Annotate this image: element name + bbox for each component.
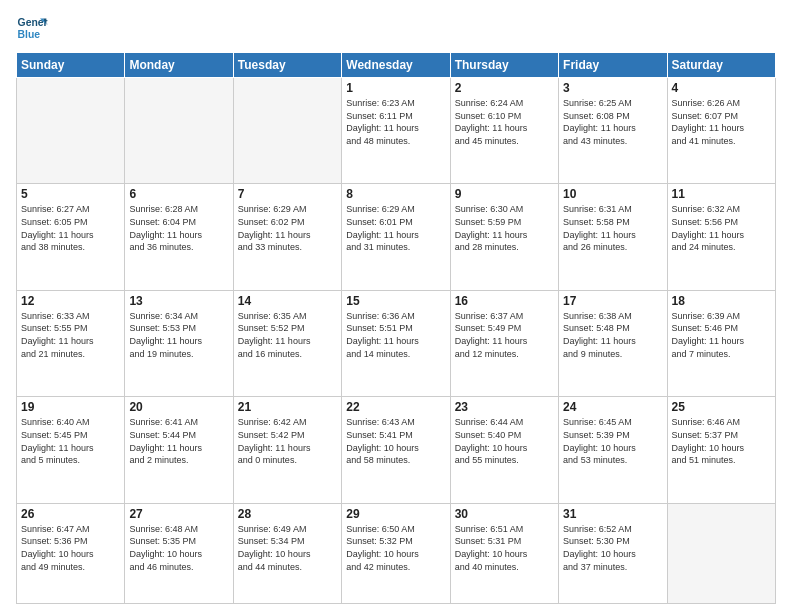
- calendar-table: SundayMondayTuesdayWednesdayThursdayFrid…: [16, 52, 776, 604]
- day-info: Sunrise: 6:30 AM Sunset: 5:59 PM Dayligh…: [455, 203, 554, 253]
- day-number: 1: [346, 81, 445, 95]
- calendar-cell: 13Sunrise: 6:34 AM Sunset: 5:53 PM Dayli…: [125, 290, 233, 396]
- calendar-cell: 4Sunrise: 6:26 AM Sunset: 6:07 PM Daylig…: [667, 78, 775, 184]
- day-number: 25: [672, 400, 771, 414]
- weekday-header-thursday: Thursday: [450, 53, 558, 78]
- day-number: 20: [129, 400, 228, 414]
- day-info: Sunrise: 6:50 AM Sunset: 5:32 PM Dayligh…: [346, 523, 445, 573]
- day-info: Sunrise: 6:49 AM Sunset: 5:34 PM Dayligh…: [238, 523, 337, 573]
- weekday-header-sunday: Sunday: [17, 53, 125, 78]
- day-number: 9: [455, 187, 554, 201]
- calendar-cell: [233, 78, 341, 184]
- calendar-cell: 6Sunrise: 6:28 AM Sunset: 6:04 PM Daylig…: [125, 184, 233, 290]
- day-number: 7: [238, 187, 337, 201]
- calendar-cell: 12Sunrise: 6:33 AM Sunset: 5:55 PM Dayli…: [17, 290, 125, 396]
- day-number: 13: [129, 294, 228, 308]
- day-number: 11: [672, 187, 771, 201]
- calendar-cell: 17Sunrise: 6:38 AM Sunset: 5:48 PM Dayli…: [559, 290, 667, 396]
- day-number: 18: [672, 294, 771, 308]
- day-info: Sunrise: 6:47 AM Sunset: 5:36 PM Dayligh…: [21, 523, 120, 573]
- calendar-cell: 3Sunrise: 6:25 AM Sunset: 6:08 PM Daylig…: [559, 78, 667, 184]
- day-info: Sunrise: 6:51 AM Sunset: 5:31 PM Dayligh…: [455, 523, 554, 573]
- day-number: 15: [346, 294, 445, 308]
- calendar-page: General Blue SundayMondayTuesdayWednesda…: [0, 0, 792, 612]
- day-number: 29: [346, 507, 445, 521]
- week-row-2: 5Sunrise: 6:27 AM Sunset: 6:05 PM Daylig…: [17, 184, 776, 290]
- day-number: 6: [129, 187, 228, 201]
- calendar-cell: 19Sunrise: 6:40 AM Sunset: 5:45 PM Dayli…: [17, 397, 125, 503]
- day-info: Sunrise: 6:32 AM Sunset: 5:56 PM Dayligh…: [672, 203, 771, 253]
- day-number: 3: [563, 81, 662, 95]
- calendar-cell: 25Sunrise: 6:46 AM Sunset: 5:37 PM Dayli…: [667, 397, 775, 503]
- day-info: Sunrise: 6:45 AM Sunset: 5:39 PM Dayligh…: [563, 416, 662, 466]
- calendar-cell: 2Sunrise: 6:24 AM Sunset: 6:10 PM Daylig…: [450, 78, 558, 184]
- calendar-cell: 27Sunrise: 6:48 AM Sunset: 5:35 PM Dayli…: [125, 503, 233, 603]
- day-info: Sunrise: 6:44 AM Sunset: 5:40 PM Dayligh…: [455, 416, 554, 466]
- day-info: Sunrise: 6:38 AM Sunset: 5:48 PM Dayligh…: [563, 310, 662, 360]
- day-info: Sunrise: 6:35 AM Sunset: 5:52 PM Dayligh…: [238, 310, 337, 360]
- day-number: 23: [455, 400, 554, 414]
- day-info: Sunrise: 6:36 AM Sunset: 5:51 PM Dayligh…: [346, 310, 445, 360]
- calendar-cell: 21Sunrise: 6:42 AM Sunset: 5:42 PM Dayli…: [233, 397, 341, 503]
- day-number: 10: [563, 187, 662, 201]
- week-row-3: 12Sunrise: 6:33 AM Sunset: 5:55 PM Dayli…: [17, 290, 776, 396]
- day-number: 24: [563, 400, 662, 414]
- day-number: 8: [346, 187, 445, 201]
- calendar-cell: 14Sunrise: 6:35 AM Sunset: 5:52 PM Dayli…: [233, 290, 341, 396]
- day-number: 14: [238, 294, 337, 308]
- calendar-cell: 1Sunrise: 6:23 AM Sunset: 6:11 PM Daylig…: [342, 78, 450, 184]
- weekday-header-saturday: Saturday: [667, 53, 775, 78]
- week-row-1: 1Sunrise: 6:23 AM Sunset: 6:11 PM Daylig…: [17, 78, 776, 184]
- day-info: Sunrise: 6:23 AM Sunset: 6:11 PM Dayligh…: [346, 97, 445, 147]
- week-row-4: 19Sunrise: 6:40 AM Sunset: 5:45 PM Dayli…: [17, 397, 776, 503]
- day-info: Sunrise: 6:46 AM Sunset: 5:37 PM Dayligh…: [672, 416, 771, 466]
- calendar-cell: 9Sunrise: 6:30 AM Sunset: 5:59 PM Daylig…: [450, 184, 558, 290]
- logo: General Blue: [16, 12, 48, 44]
- day-number: 27: [129, 507, 228, 521]
- day-number: 31: [563, 507, 662, 521]
- day-info: Sunrise: 6:40 AM Sunset: 5:45 PM Dayligh…: [21, 416, 120, 466]
- day-number: 12: [21, 294, 120, 308]
- day-number: 21: [238, 400, 337, 414]
- logo-icon: General Blue: [16, 12, 48, 44]
- day-number: 26: [21, 507, 120, 521]
- calendar-cell: 16Sunrise: 6:37 AM Sunset: 5:49 PM Dayli…: [450, 290, 558, 396]
- calendar-cell: 26Sunrise: 6:47 AM Sunset: 5:36 PM Dayli…: [17, 503, 125, 603]
- header: General Blue: [16, 12, 776, 44]
- calendar-cell: 5Sunrise: 6:27 AM Sunset: 6:05 PM Daylig…: [17, 184, 125, 290]
- day-info: Sunrise: 6:34 AM Sunset: 5:53 PM Dayligh…: [129, 310, 228, 360]
- weekday-header-wednesday: Wednesday: [342, 53, 450, 78]
- weekday-header-row: SundayMondayTuesdayWednesdayThursdayFrid…: [17, 53, 776, 78]
- day-info: Sunrise: 6:48 AM Sunset: 5:35 PM Dayligh…: [129, 523, 228, 573]
- week-row-5: 26Sunrise: 6:47 AM Sunset: 5:36 PM Dayli…: [17, 503, 776, 603]
- day-info: Sunrise: 6:52 AM Sunset: 5:30 PM Dayligh…: [563, 523, 662, 573]
- day-info: Sunrise: 6:28 AM Sunset: 6:04 PM Dayligh…: [129, 203, 228, 253]
- calendar-cell: 20Sunrise: 6:41 AM Sunset: 5:44 PM Dayli…: [125, 397, 233, 503]
- day-info: Sunrise: 6:29 AM Sunset: 6:02 PM Dayligh…: [238, 203, 337, 253]
- calendar-cell: [667, 503, 775, 603]
- day-number: 2: [455, 81, 554, 95]
- day-info: Sunrise: 6:26 AM Sunset: 6:07 PM Dayligh…: [672, 97, 771, 147]
- calendar-cell: 28Sunrise: 6:49 AM Sunset: 5:34 PM Dayli…: [233, 503, 341, 603]
- day-info: Sunrise: 6:41 AM Sunset: 5:44 PM Dayligh…: [129, 416, 228, 466]
- calendar-cell: 22Sunrise: 6:43 AM Sunset: 5:41 PM Dayli…: [342, 397, 450, 503]
- day-info: Sunrise: 6:39 AM Sunset: 5:46 PM Dayligh…: [672, 310, 771, 360]
- day-number: 16: [455, 294, 554, 308]
- calendar-cell: 10Sunrise: 6:31 AM Sunset: 5:58 PM Dayli…: [559, 184, 667, 290]
- day-info: Sunrise: 6:42 AM Sunset: 5:42 PM Dayligh…: [238, 416, 337, 466]
- weekday-header-monday: Monday: [125, 53, 233, 78]
- calendar-cell: 18Sunrise: 6:39 AM Sunset: 5:46 PM Dayli…: [667, 290, 775, 396]
- day-number: 19: [21, 400, 120, 414]
- day-number: 22: [346, 400, 445, 414]
- calendar-cell: 15Sunrise: 6:36 AM Sunset: 5:51 PM Dayli…: [342, 290, 450, 396]
- day-info: Sunrise: 6:27 AM Sunset: 6:05 PM Dayligh…: [21, 203, 120, 253]
- day-info: Sunrise: 6:33 AM Sunset: 5:55 PM Dayligh…: [21, 310, 120, 360]
- day-number: 30: [455, 507, 554, 521]
- calendar-cell: [125, 78, 233, 184]
- calendar-cell: 8Sunrise: 6:29 AM Sunset: 6:01 PM Daylig…: [342, 184, 450, 290]
- day-info: Sunrise: 6:31 AM Sunset: 5:58 PM Dayligh…: [563, 203, 662, 253]
- day-number: 5: [21, 187, 120, 201]
- calendar-cell: 24Sunrise: 6:45 AM Sunset: 5:39 PM Dayli…: [559, 397, 667, 503]
- calendar-cell: 23Sunrise: 6:44 AM Sunset: 5:40 PM Dayli…: [450, 397, 558, 503]
- calendar-cell: [17, 78, 125, 184]
